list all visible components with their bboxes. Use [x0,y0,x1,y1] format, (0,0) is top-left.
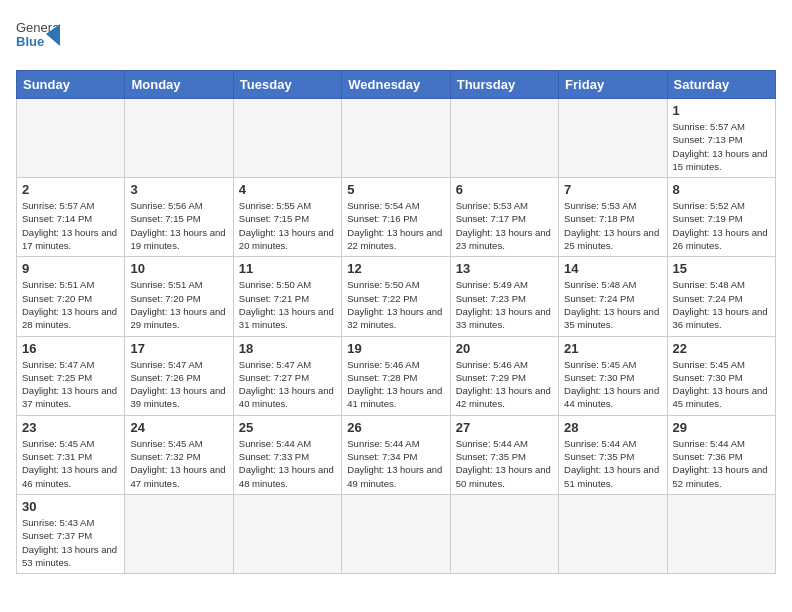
day-number: 2 [22,182,119,197]
day-number: 18 [239,341,336,356]
calendar-cell: 21Sunrise: 5:45 AM Sunset: 7:30 PM Dayli… [559,336,667,415]
day-header-sunday: Sunday [17,71,125,99]
calendar-cell: 2Sunrise: 5:57 AM Sunset: 7:14 PM Daylig… [17,178,125,257]
day-info: Sunrise: 5:45 AM Sunset: 7:31 PM Dayligh… [22,437,119,490]
calendar-cell: 18Sunrise: 5:47 AM Sunset: 7:27 PM Dayli… [233,336,341,415]
day-info: Sunrise: 5:47 AM Sunset: 7:25 PM Dayligh… [22,358,119,411]
logo: General Blue [16,16,60,60]
day-info: Sunrise: 5:44 AM Sunset: 7:34 PM Dayligh… [347,437,444,490]
day-info: Sunrise: 5:46 AM Sunset: 7:28 PM Dayligh… [347,358,444,411]
day-header-monday: Monday [125,71,233,99]
day-number: 14 [564,261,661,276]
day-info: Sunrise: 5:51 AM Sunset: 7:20 PM Dayligh… [130,278,227,331]
calendar-cell [342,494,450,573]
day-number: 13 [456,261,553,276]
calendar-cell [450,99,558,178]
calendar-cell: 5Sunrise: 5:54 AM Sunset: 7:16 PM Daylig… [342,178,450,257]
calendar-week-row: 30Sunrise: 5:43 AM Sunset: 7:37 PM Dayli… [17,494,776,573]
calendar-cell: 29Sunrise: 5:44 AM Sunset: 7:36 PM Dayli… [667,415,775,494]
day-header-wednesday: Wednesday [342,71,450,99]
calendar-cell: 19Sunrise: 5:46 AM Sunset: 7:28 PM Dayli… [342,336,450,415]
calendar-cell: 23Sunrise: 5:45 AM Sunset: 7:31 PM Dayli… [17,415,125,494]
day-number: 24 [130,420,227,435]
calendar-cell [17,99,125,178]
calendar-cell: 6Sunrise: 5:53 AM Sunset: 7:17 PM Daylig… [450,178,558,257]
calendar-cell: 24Sunrise: 5:45 AM Sunset: 7:32 PM Dayli… [125,415,233,494]
day-number: 29 [673,420,770,435]
calendar: SundayMondayTuesdayWednesdayThursdayFrid… [16,70,776,574]
day-info: Sunrise: 5:43 AM Sunset: 7:37 PM Dayligh… [22,516,119,569]
day-info: Sunrise: 5:55 AM Sunset: 7:15 PM Dayligh… [239,199,336,252]
day-header-thursday: Thursday [450,71,558,99]
day-number: 27 [456,420,553,435]
calendar-cell: 11Sunrise: 5:50 AM Sunset: 7:21 PM Dayli… [233,257,341,336]
calendar-week-row: 1Sunrise: 5:57 AM Sunset: 7:13 PM Daylig… [17,99,776,178]
day-info: Sunrise: 5:49 AM Sunset: 7:23 PM Dayligh… [456,278,553,331]
calendar-cell: 1Sunrise: 5:57 AM Sunset: 7:13 PM Daylig… [667,99,775,178]
day-info: Sunrise: 5:47 AM Sunset: 7:27 PM Dayligh… [239,358,336,411]
day-header-friday: Friday [559,71,667,99]
day-number: 12 [347,261,444,276]
day-info: Sunrise: 5:45 AM Sunset: 7:30 PM Dayligh… [564,358,661,411]
day-info: Sunrise: 5:56 AM Sunset: 7:15 PM Dayligh… [130,199,227,252]
day-number: 10 [130,261,227,276]
day-info: Sunrise: 5:50 AM Sunset: 7:21 PM Dayligh… [239,278,336,331]
day-info: Sunrise: 5:44 AM Sunset: 7:35 PM Dayligh… [456,437,553,490]
day-info: Sunrise: 5:48 AM Sunset: 7:24 PM Dayligh… [673,278,770,331]
day-info: Sunrise: 5:45 AM Sunset: 7:30 PM Dayligh… [673,358,770,411]
calendar-cell: 30Sunrise: 5:43 AM Sunset: 7:37 PM Dayli… [17,494,125,573]
logo-icon: General Blue [16,16,60,60]
calendar-cell [233,494,341,573]
calendar-week-row: 2Sunrise: 5:57 AM Sunset: 7:14 PM Daylig… [17,178,776,257]
calendar-cell [125,494,233,573]
day-number: 8 [673,182,770,197]
calendar-cell [559,494,667,573]
calendar-cell [233,99,341,178]
calendar-cell: 9Sunrise: 5:51 AM Sunset: 7:20 PM Daylig… [17,257,125,336]
day-number: 3 [130,182,227,197]
calendar-cell [450,494,558,573]
calendar-cell: 10Sunrise: 5:51 AM Sunset: 7:20 PM Dayli… [125,257,233,336]
day-number: 9 [22,261,119,276]
calendar-cell [667,494,775,573]
day-number: 16 [22,341,119,356]
calendar-cell: 16Sunrise: 5:47 AM Sunset: 7:25 PM Dayli… [17,336,125,415]
day-info: Sunrise: 5:48 AM Sunset: 7:24 PM Dayligh… [564,278,661,331]
calendar-cell: 17Sunrise: 5:47 AM Sunset: 7:26 PM Dayli… [125,336,233,415]
calendar-cell: 26Sunrise: 5:44 AM Sunset: 7:34 PM Dayli… [342,415,450,494]
day-info: Sunrise: 5:53 AM Sunset: 7:18 PM Dayligh… [564,199,661,252]
day-number: 25 [239,420,336,435]
calendar-cell: 3Sunrise: 5:56 AM Sunset: 7:15 PM Daylig… [125,178,233,257]
day-info: Sunrise: 5:57 AM Sunset: 7:14 PM Dayligh… [22,199,119,252]
day-info: Sunrise: 5:46 AM Sunset: 7:29 PM Dayligh… [456,358,553,411]
day-number: 4 [239,182,336,197]
calendar-cell: 22Sunrise: 5:45 AM Sunset: 7:30 PM Dayli… [667,336,775,415]
day-header-saturday: Saturday [667,71,775,99]
calendar-cell: 14Sunrise: 5:48 AM Sunset: 7:24 PM Dayli… [559,257,667,336]
day-info: Sunrise: 5:47 AM Sunset: 7:26 PM Dayligh… [130,358,227,411]
calendar-cell: 8Sunrise: 5:52 AM Sunset: 7:19 PM Daylig… [667,178,775,257]
calendar-cell: 7Sunrise: 5:53 AM Sunset: 7:18 PM Daylig… [559,178,667,257]
day-number: 21 [564,341,661,356]
calendar-cell [125,99,233,178]
calendar-cell: 27Sunrise: 5:44 AM Sunset: 7:35 PM Dayli… [450,415,558,494]
calendar-cell: 20Sunrise: 5:46 AM Sunset: 7:29 PM Dayli… [450,336,558,415]
day-info: Sunrise: 5:53 AM Sunset: 7:17 PM Dayligh… [456,199,553,252]
day-number: 28 [564,420,661,435]
calendar-cell: 25Sunrise: 5:44 AM Sunset: 7:33 PM Dayli… [233,415,341,494]
day-header-tuesday: Tuesday [233,71,341,99]
day-number: 22 [673,341,770,356]
day-number: 11 [239,261,336,276]
day-number: 17 [130,341,227,356]
logo-container: General Blue [16,16,60,60]
calendar-week-row: 23Sunrise: 5:45 AM Sunset: 7:31 PM Dayli… [17,415,776,494]
day-info: Sunrise: 5:54 AM Sunset: 7:16 PM Dayligh… [347,199,444,252]
day-number: 19 [347,341,444,356]
day-number: 23 [22,420,119,435]
day-number: 15 [673,261,770,276]
day-number: 6 [456,182,553,197]
day-info: Sunrise: 5:57 AM Sunset: 7:13 PM Dayligh… [673,120,770,173]
day-number: 20 [456,341,553,356]
calendar-cell: 13Sunrise: 5:49 AM Sunset: 7:23 PM Dayli… [450,257,558,336]
calendar-cell: 4Sunrise: 5:55 AM Sunset: 7:15 PM Daylig… [233,178,341,257]
